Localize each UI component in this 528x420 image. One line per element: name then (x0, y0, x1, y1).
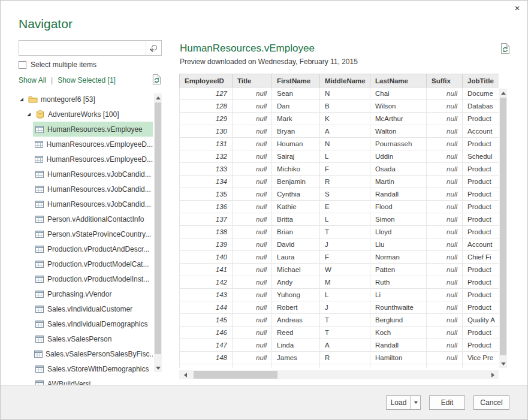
table-cell: null (427, 100, 463, 113)
table-cell: null (427, 125, 463, 138)
table-cell: Andy (272, 276, 320, 289)
tree-item[interactable]: Sales.vIndividualDemographics (17, 316, 153, 331)
tree-item[interactable]: montegoref6 [53] (17, 92, 153, 107)
table-row: 142nullAndyMRuthnullProduct (180, 276, 499, 289)
column-header: FirstName (272, 74, 320, 87)
table-cell: Product (463, 138, 499, 150)
table-cell: null (427, 138, 463, 150)
tree-item[interactable]: Production.vProductAndDescr... (17, 241, 153, 256)
table-horizontal-scrollbar[interactable] (179, 370, 499, 379)
table-cell: W (320, 264, 370, 276)
tree-item[interactable]: HumanResources.vEmployee (17, 122, 153, 137)
tree-item[interactable]: HumanResources.vJobCandid... (17, 197, 153, 211)
table-row: 148nullJamesRHamiltonnullVice Pre (180, 352, 499, 364)
tree-item[interactable]: AdventureWorks [100] (17, 107, 153, 122)
view-icon (34, 365, 44, 373)
expander-icon[interactable] (19, 97, 25, 102)
table-vertical-scrollbar[interactable] (499, 89, 507, 368)
select-multiple-checkbox[interactable] (19, 61, 26, 69)
table-cell: null (427, 289, 463, 301)
tree-scrollbar-thumb[interactable] (155, 102, 161, 354)
tree-item[interactable]: HumanResources.vJobCandid... (17, 182, 153, 197)
expander-icon[interactable] (26, 112, 32, 117)
tree-scrollbar[interactable] (154, 93, 162, 372)
edit-button[interactable]: Edit (429, 395, 465, 410)
tree-item[interactable]: Purchasing.vVendor (17, 286, 153, 301)
tree-item[interactable]: Sales.vSalesPersonSalesByFisc... (17, 346, 153, 361)
table-row: 137nullBrittaLSimonnullProduct (180, 213, 499, 226)
view-icon (34, 186, 44, 193)
show-all-link[interactable]: Show All (19, 76, 46, 84)
table-cell: David (272, 238, 320, 251)
table-row: 149null (180, 364, 499, 368)
table-scroll-right-arrow[interactable] (488, 370, 497, 379)
table-cell: Product (463, 176, 499, 188)
tree-item[interactable]: Person.vAdditionalContactInfo (17, 211, 153, 226)
tree: montegoref6 [53]AdventureWorks [100]Huma… (17, 92, 153, 385)
refresh-icon (152, 74, 162, 85)
load-button-label[interactable]: Load (387, 398, 411, 407)
table-cell: Bryan (272, 125, 320, 138)
search-input[interactable] (19, 41, 146, 55)
tree-item[interactable]: HumanResources.vJobCandid... (17, 167, 153, 182)
tree-item[interactable]: AWBuildVersi... (17, 376, 153, 385)
load-dropdown-button[interactable] (411, 396, 420, 409)
preview-refresh-button[interactable] (500, 43, 511, 55)
table-cell: null (427, 339, 463, 352)
table-cell: null (233, 289, 272, 301)
table-cell: null (233, 125, 272, 138)
tree-item-label: Purchasing.vVendor (47, 290, 111, 298)
preview-title: HumanResources.vEmployee (180, 43, 315, 55)
table-cell: Berglund (370, 314, 427, 327)
preview-refresh-icon (500, 43, 511, 55)
load-button[interactable]: Load (386, 395, 421, 410)
tree-item[interactable]: HumanResources.vEmployeeD... (17, 137, 153, 152)
table-cell: K (320, 113, 370, 125)
table-cell: 146 (180, 327, 233, 339)
table-cell: Osada (370, 163, 427, 176)
tree-item[interactable]: Sales.vIndividualCustomer (17, 301, 153, 316)
table-cell: Lloyd (370, 226, 427, 238)
table-cell: null (427, 264, 463, 276)
table-scroll-left-arrow[interactable] (180, 370, 190, 379)
table-cell: Product (463, 163, 499, 176)
table-scroll-up-arrow[interactable] (499, 89, 507, 97)
search-button[interactable] (146, 41, 161, 55)
column-header: LastName (370, 74, 427, 87)
table-cell: null (427, 163, 463, 176)
column-header: Suffix (427, 74, 463, 87)
refresh-list-button[interactable] (152, 74, 162, 86)
view-icon (34, 306, 44, 313)
show-selected-link[interactable]: Show Selected [1] (58, 76, 116, 84)
search-box (19, 40, 162, 56)
tree-item[interactable]: Person.vStateProvinceCountry... (17, 226, 153, 241)
scroll-up-arrow[interactable] (154, 93, 162, 102)
table-hscroll-thumb[interactable] (194, 371, 277, 379)
table-vscroll-thumb[interactable] (500, 98, 506, 355)
tree-item[interactable]: Sales.vSalesPerson (17, 331, 153, 346)
table-cell: Schedul (463, 150, 499, 163)
table-cell: Wilson (370, 100, 427, 113)
tree-item[interactable]: Production.vProductModelCat... (17, 256, 153, 271)
table-cell: null (233, 264, 272, 276)
tree-item[interactable]: HumanResources.vEmployeeD... (17, 152, 153, 167)
tree-item[interactable]: Sales.vStoreWithDemographics (17, 361, 153, 376)
cancel-button[interactable]: Cancel (473, 395, 509, 410)
table-cell: Account (463, 238, 499, 251)
table-cell: null (233, 138, 272, 150)
view-icon (34, 336, 44, 343)
scroll-down-arrow[interactable] (154, 364, 162, 372)
table-cell: Liu (370, 238, 427, 251)
table-cell: T (320, 327, 370, 339)
tree-item-label: Sales.vSalesPerson (47, 335, 111, 343)
database-icon (35, 110, 45, 119)
view-icon (34, 201, 44, 208)
table-row: 144nullRobertJRounthwaitenullProduct (180, 301, 499, 314)
table-row: 146nullReedTKochnullProduct (180, 327, 499, 339)
table-row: 140nullLauraFNormannullChief Fi (180, 251, 499, 264)
close-icon[interactable]: ✕ (514, 5, 520, 12)
table-cell: Robert (272, 301, 320, 314)
table-cell: null (233, 150, 272, 163)
table-scroll-down-arrow[interactable] (499, 359, 507, 368)
tree-item[interactable]: Production.vProductModelInst... (17, 271, 153, 286)
